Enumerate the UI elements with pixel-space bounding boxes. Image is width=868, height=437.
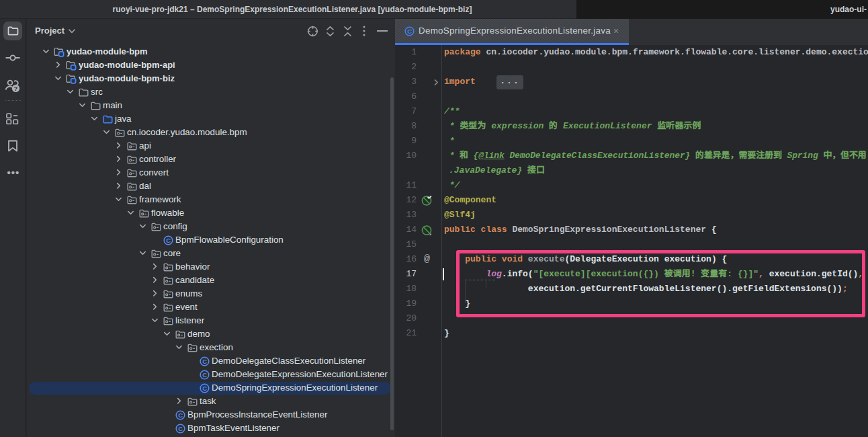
svg-text:?: ? bbox=[14, 85, 18, 92]
svg-text:C: C bbox=[202, 371, 207, 379]
svg-text:C: C bbox=[178, 411, 183, 419]
svg-text:C: C bbox=[202, 358, 207, 365]
svg-text:C: C bbox=[178, 425, 183, 432]
svg-text:C: C bbox=[407, 28, 412, 35]
svg-text:C: C bbox=[202, 385, 207, 392]
svg-text:C: C bbox=[166, 237, 171, 244]
